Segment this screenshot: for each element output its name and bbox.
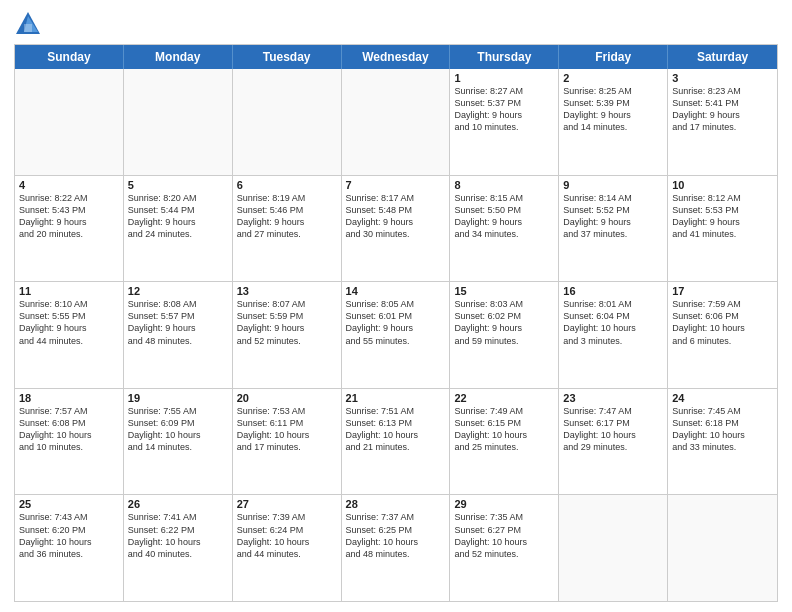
day-cell-19: 19Sunrise: 7:55 AM Sunset: 6:09 PM Dayli… <box>124 389 233 495</box>
day-info: Sunrise: 7:57 AM Sunset: 6:08 PM Dayligh… <box>19 405 119 454</box>
day-cell-9: 9Sunrise: 8:14 AM Sunset: 5:52 PM Daylig… <box>559 176 668 282</box>
day-number: 23 <box>563 392 663 404</box>
day-info: Sunrise: 8:27 AM Sunset: 5:37 PM Dayligh… <box>454 85 554 134</box>
header-day-sunday: Sunday <box>15 45 124 69</box>
svg-rect-2 <box>24 24 32 32</box>
header-day-monday: Monday <box>124 45 233 69</box>
day-info: Sunrise: 8:10 AM Sunset: 5:55 PM Dayligh… <box>19 298 119 347</box>
calendar-body: 1Sunrise: 8:27 AM Sunset: 5:37 PM Daylig… <box>15 69 777 601</box>
day-cell-28: 28Sunrise: 7:37 AM Sunset: 6:25 PM Dayli… <box>342 495 451 601</box>
week-row-2: 4Sunrise: 8:22 AM Sunset: 5:43 PM Daylig… <box>15 175 777 282</box>
day-cell-empty <box>15 69 124 175</box>
day-cell-17: 17Sunrise: 7:59 AM Sunset: 6:06 PM Dayli… <box>668 282 777 388</box>
week-row-5: 25Sunrise: 7:43 AM Sunset: 6:20 PM Dayli… <box>15 494 777 601</box>
day-info: Sunrise: 8:25 AM Sunset: 5:39 PM Dayligh… <box>563 85 663 134</box>
logo <box>14 10 46 38</box>
day-cell-26: 26Sunrise: 7:41 AM Sunset: 6:22 PM Dayli… <box>124 495 233 601</box>
day-info: Sunrise: 7:37 AM Sunset: 6:25 PM Dayligh… <box>346 511 446 560</box>
day-cell-7: 7Sunrise: 8:17 AM Sunset: 5:48 PM Daylig… <box>342 176 451 282</box>
header-day-saturday: Saturday <box>668 45 777 69</box>
header-day-friday: Friday <box>559 45 668 69</box>
day-number: 28 <box>346 498 446 510</box>
day-number: 11 <box>19 285 119 297</box>
day-info: Sunrise: 8:20 AM Sunset: 5:44 PM Dayligh… <box>128 192 228 241</box>
day-info: Sunrise: 7:43 AM Sunset: 6:20 PM Dayligh… <box>19 511 119 560</box>
day-info: Sunrise: 7:53 AM Sunset: 6:11 PM Dayligh… <box>237 405 337 454</box>
day-number: 22 <box>454 392 554 404</box>
day-info: Sunrise: 8:14 AM Sunset: 5:52 PM Dayligh… <box>563 192 663 241</box>
day-info: Sunrise: 7:49 AM Sunset: 6:15 PM Dayligh… <box>454 405 554 454</box>
day-info: Sunrise: 8:03 AM Sunset: 6:02 PM Dayligh… <box>454 298 554 347</box>
day-cell-22: 22Sunrise: 7:49 AM Sunset: 6:15 PM Dayli… <box>450 389 559 495</box>
day-number: 15 <box>454 285 554 297</box>
day-info: Sunrise: 8:22 AM Sunset: 5:43 PM Dayligh… <box>19 192 119 241</box>
page: SundayMondayTuesdayWednesdayThursdayFrid… <box>0 0 792 612</box>
day-info: Sunrise: 7:39 AM Sunset: 6:24 PM Dayligh… <box>237 511 337 560</box>
day-cell-13: 13Sunrise: 8:07 AM Sunset: 5:59 PM Dayli… <box>233 282 342 388</box>
day-cell-5: 5Sunrise: 8:20 AM Sunset: 5:44 PM Daylig… <box>124 176 233 282</box>
day-number: 3 <box>672 72 773 84</box>
day-number: 21 <box>346 392 446 404</box>
day-cell-23: 23Sunrise: 7:47 AM Sunset: 6:17 PM Dayli… <box>559 389 668 495</box>
header <box>14 10 778 38</box>
day-info: Sunrise: 7:35 AM Sunset: 6:27 PM Dayligh… <box>454 511 554 560</box>
header-day-wednesday: Wednesday <box>342 45 451 69</box>
day-info: Sunrise: 8:05 AM Sunset: 6:01 PM Dayligh… <box>346 298 446 347</box>
day-cell-6: 6Sunrise: 8:19 AM Sunset: 5:46 PM Daylig… <box>233 176 342 282</box>
day-cell-15: 15Sunrise: 8:03 AM Sunset: 6:02 PM Dayli… <box>450 282 559 388</box>
day-number: 6 <box>237 179 337 191</box>
day-cell-empty <box>233 69 342 175</box>
day-info: Sunrise: 8:07 AM Sunset: 5:59 PM Dayligh… <box>237 298 337 347</box>
day-info: Sunrise: 8:01 AM Sunset: 6:04 PM Dayligh… <box>563 298 663 347</box>
week-row-3: 11Sunrise: 8:10 AM Sunset: 5:55 PM Dayli… <box>15 281 777 388</box>
day-cell-21: 21Sunrise: 7:51 AM Sunset: 6:13 PM Dayli… <box>342 389 451 495</box>
day-cell-24: 24Sunrise: 7:45 AM Sunset: 6:18 PM Dayli… <box>668 389 777 495</box>
day-cell-14: 14Sunrise: 8:05 AM Sunset: 6:01 PM Dayli… <box>342 282 451 388</box>
day-number: 10 <box>672 179 773 191</box>
day-info: Sunrise: 8:17 AM Sunset: 5:48 PM Dayligh… <box>346 192 446 241</box>
day-number: 4 <box>19 179 119 191</box>
day-cell-12: 12Sunrise: 8:08 AM Sunset: 5:57 PM Dayli… <box>124 282 233 388</box>
week-row-4: 18Sunrise: 7:57 AM Sunset: 6:08 PM Dayli… <box>15 388 777 495</box>
calendar: SundayMondayTuesdayWednesdayThursdayFrid… <box>14 44 778 602</box>
day-info: Sunrise: 7:41 AM Sunset: 6:22 PM Dayligh… <box>128 511 228 560</box>
day-cell-8: 8Sunrise: 8:15 AM Sunset: 5:50 PM Daylig… <box>450 176 559 282</box>
day-number: 27 <box>237 498 337 510</box>
day-cell-1: 1Sunrise: 8:27 AM Sunset: 5:37 PM Daylig… <box>450 69 559 175</box>
day-cell-10: 10Sunrise: 8:12 AM Sunset: 5:53 PM Dayli… <box>668 176 777 282</box>
logo-icon <box>14 10 42 38</box>
day-cell-empty <box>124 69 233 175</box>
day-number: 5 <box>128 179 228 191</box>
day-number: 17 <box>672 285 773 297</box>
day-cell-16: 16Sunrise: 8:01 AM Sunset: 6:04 PM Dayli… <box>559 282 668 388</box>
day-cell-4: 4Sunrise: 8:22 AM Sunset: 5:43 PM Daylig… <box>15 176 124 282</box>
day-cell-20: 20Sunrise: 7:53 AM Sunset: 6:11 PM Dayli… <box>233 389 342 495</box>
day-cell-25: 25Sunrise: 7:43 AM Sunset: 6:20 PM Dayli… <box>15 495 124 601</box>
week-row-1: 1Sunrise: 8:27 AM Sunset: 5:37 PM Daylig… <box>15 69 777 175</box>
header-day-tuesday: Tuesday <box>233 45 342 69</box>
day-cell-empty <box>342 69 451 175</box>
day-number: 18 <box>19 392 119 404</box>
day-number: 20 <box>237 392 337 404</box>
day-number: 12 <box>128 285 228 297</box>
day-number: 19 <box>128 392 228 404</box>
day-number: 9 <box>563 179 663 191</box>
calendar-header: SundayMondayTuesdayWednesdayThursdayFrid… <box>15 45 777 69</box>
day-info: Sunrise: 7:45 AM Sunset: 6:18 PM Dayligh… <box>672 405 773 454</box>
day-number: 16 <box>563 285 663 297</box>
day-info: Sunrise: 7:47 AM Sunset: 6:17 PM Dayligh… <box>563 405 663 454</box>
day-info: Sunrise: 8:23 AM Sunset: 5:41 PM Dayligh… <box>672 85 773 134</box>
day-info: Sunrise: 7:59 AM Sunset: 6:06 PM Dayligh… <box>672 298 773 347</box>
day-number: 24 <box>672 392 773 404</box>
day-number: 26 <box>128 498 228 510</box>
day-cell-empty <box>559 495 668 601</box>
day-info: Sunrise: 8:19 AM Sunset: 5:46 PM Dayligh… <box>237 192 337 241</box>
day-number: 14 <box>346 285 446 297</box>
day-cell-11: 11Sunrise: 8:10 AM Sunset: 5:55 PM Dayli… <box>15 282 124 388</box>
day-cell-3: 3Sunrise: 8:23 AM Sunset: 5:41 PM Daylig… <box>668 69 777 175</box>
day-cell-empty <box>668 495 777 601</box>
day-info: Sunrise: 8:12 AM Sunset: 5:53 PM Dayligh… <box>672 192 773 241</box>
day-number: 7 <box>346 179 446 191</box>
day-cell-2: 2Sunrise: 8:25 AM Sunset: 5:39 PM Daylig… <box>559 69 668 175</box>
day-number: 13 <box>237 285 337 297</box>
